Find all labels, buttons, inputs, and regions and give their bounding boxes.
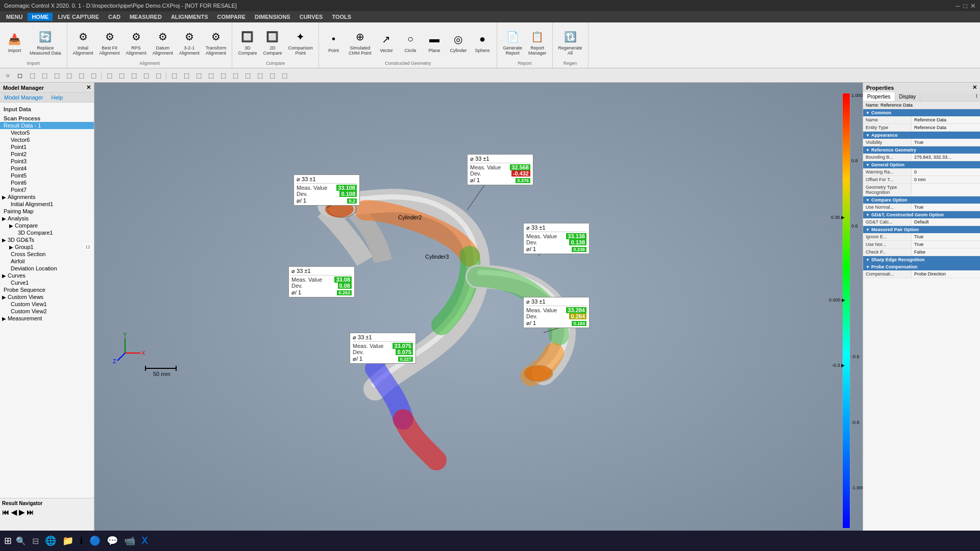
toolbar-btn-1[interactable]: ◻ (14, 70, 26, 81)
tree-item-custom-view2[interactable]: Custom View2 (0, 308, 94, 315)
close-props-icon[interactable]: ✕ (972, 84, 977, 91)
tree-item-airfoil[interactable]: Airfoil (0, 258, 94, 265)
menu-item-compare[interactable]: COMPARE (213, 13, 250, 21)
mm-tab-help[interactable]: Help (47, 93, 67, 102)
tree-item-deviation-location[interactable]: Deviation Location (0, 265, 94, 272)
toolbar-btn-15[interactable]: ⬚ (168, 70, 180, 81)
tree-item-point3[interactable]: Point3 (0, 158, 94, 165)
ribbon-btn-import[interactable]: 📥Import (3, 30, 26, 55)
mm-tab-model-manager[interactable]: Model Manager (0, 93, 47, 102)
tree-item-point1[interactable]: Point1 (0, 143, 94, 151)
maximize-button[interactable]: □ (963, 2, 967, 10)
ribbon-btn-point[interactable]: •Point (322, 30, 345, 55)
ribbon-btn-comparisonpoint[interactable]: ✦ComparisonPoint (285, 27, 315, 58)
ribbon-btn-sphere[interactable]: ●Sphere (471, 30, 494, 55)
ribbon-btn-generatereport[interactable]: 📄GenerateReport (500, 27, 525, 58)
menu-item-menu[interactable]: MENU (2, 13, 27, 21)
tree-item-probe-sequence[interactable]: Probe Sequence (0, 286, 94, 293)
prop-section-sharp-edge-recognition[interactable]: Sharp Edge Recognition (863, 256, 980, 263)
tree-item-result-data---1[interactable]: Result Data - 1 (0, 122, 94, 129)
toolbar-btn-9[interactable]: ⬚ (104, 70, 115, 81)
tree-item-input-data[interactable]: Input Data (0, 106, 94, 113)
toolbar-btn-24[interactable]: ⬚ (279, 70, 290, 81)
tree-item-group1[interactable]: ▶ Group112 (0, 243, 94, 251)
toolbar-btn-2[interactable]: ⬚ (27, 70, 38, 81)
toolbar-btn-23[interactable]: ⬚ (266, 70, 278, 81)
toolbar-btn-4[interactable]: ⬚ (51, 70, 62, 81)
menu-item-tools[interactable]: TOOLS (328, 13, 355, 21)
toolbar-btn-3[interactable]: ⬚ (39, 70, 50, 81)
menu-item-alignments[interactable]: ALIGNMENTS (167, 13, 212, 21)
menu-item-curves[interactable]: CURVES (296, 13, 327, 21)
zoom-icon[interactable]: 📹 (122, 533, 137, 548)
nav-fwd-icon[interactable]: ▶ (19, 508, 24, 516)
viewport[interactable]: Cylinder2 Cylinder3 X Y Z 50 mm (94, 83, 863, 539)
ie-icon[interactable]: ℹ (78, 533, 85, 548)
menu-item-live-capture[interactable]: LIVE CAPTURE (54, 13, 103, 21)
search-button[interactable]: 🔍 (14, 534, 28, 548)
tree-item-pairing-map[interactable]: Pairing Map (0, 208, 94, 215)
teams-icon[interactable]: 💬 (105, 533, 120, 548)
toolbar-btn-18[interactable]: ⬚ (205, 70, 216, 81)
prop-section-appearance[interactable]: Appearance (863, 132, 980, 139)
toolbar-btn-20[interactable]: ⬚ (230, 70, 241, 81)
ribbon-btn-rpsalignment[interactable]: ⚙RPSAlignment (124, 27, 149, 58)
tree-item-vector6[interactable]: Vector6 (0, 136, 94, 143)
toolbar-btn-22[interactable]: ⬚ (254, 70, 265, 81)
close-panel-icon[interactable]: ✕ (86, 84, 91, 91)
toolbar-btn-19[interactable]: ⬚ (217, 70, 229, 81)
toolbar-btn-5[interactable]: ⬚ (63, 70, 75, 81)
toolbar-btn-12[interactable]: ⬚ (140, 70, 152, 81)
nav-back-icon[interactable]: ◀ (11, 508, 17, 516)
tree-item-measurement[interactable]: ▶ Measurement (0, 315, 94, 322)
prop-section-common[interactable]: Common (863, 109, 980, 116)
tree-item-point5[interactable]: Point5 (0, 172, 94, 179)
ribbon-btn-best-fitalignment[interactable]: ⚙Best FitAlignment (97, 27, 122, 58)
tree-item-cross-section[interactable]: Cross Section (0, 251, 94, 258)
chrome-icon[interactable]: 🔵 (87, 533, 103, 548)
ribbon-btn-2dcompare[interactable]: 🔲2DCompare (260, 27, 284, 58)
ribbon-btn-simulatedcmm-point[interactable]: ⊕SimulatedCMM Point (346, 27, 374, 58)
prop-section-gd-t-constructed-geom-option[interactable]: GD&T, Constructed Geom Option (863, 211, 980, 218)
ribbon-btn-3dcompare[interactable]: 🔲3DCompare (235, 27, 259, 58)
tree-item-curves[interactable]: ▶ Curves (0, 272, 94, 279)
toolbar-btn-6[interactable]: ⬚ (76, 70, 87, 81)
prop-section-measured-pair-option[interactable]: Measured Pair Option (863, 226, 980, 233)
ribbon-btn-datumalignment[interactable]: ⚙DatumAlignment (150, 27, 176, 58)
menu-item-dimensions[interactable]: DIMENSIONS (251, 13, 295, 21)
menu-item-cad[interactable]: CAD (104, 13, 125, 21)
tree-item-compare[interactable]: ▶ Compare (0, 222, 94, 229)
tree-item-point7[interactable]: Point7 (0, 186, 94, 193)
nav-next-icon[interactable]: ⏭ (27, 508, 34, 516)
ribbon-btn-plane[interactable]: ▬Plane (423, 30, 446, 55)
tree-item-3d-gd&ts[interactable]: ▶ 3D GD&Ts (0, 236, 94, 243)
ribbon-btn-reportmanager[interactable]: 📋ReportManager (526, 27, 549, 58)
tree-item-custom-views[interactable]: ▶ Custom Views (0, 293, 94, 300)
edge-icon[interactable]: 🌐 (43, 533, 58, 548)
menu-item-measured[interactable]: MEASURED (126, 13, 166, 21)
tab-display[interactable]: Display (895, 92, 921, 101)
tree-item-initial-alignment1[interactable]: Initial Alignment1 (0, 201, 94, 208)
toolbar-btn-16[interactable]: ⬚ (181, 70, 192, 81)
prop-section-probe-compensation[interactable]: Probe Compensation (863, 263, 980, 270)
toolbar-btn-17[interactable]: ⬚ (193, 70, 204, 81)
tree-item-curve1[interactable]: Curve1 (0, 279, 94, 286)
prop-section-compare-option[interactable]: Compare Option (863, 196, 980, 204)
toolbar-btn-13[interactable]: ⬚ (153, 70, 164, 81)
geomagic-icon[interactable]: Ⅹ (139, 533, 150, 548)
toolbar-btn-0[interactable]: ○ (2, 70, 13, 81)
start-button[interactable]: ⊞ (4, 535, 12, 546)
ribbon-btn-regenerateall[interactable]: 🔃RegenerateAll (556, 27, 585, 58)
ribbon-btn-3-2-1alignment[interactable]: ⚙3-2-1Alignment (177, 27, 202, 58)
folder-icon[interactable]: 📁 (60, 533, 76, 548)
ribbon-btn-circle[interactable]: ○Circle (399, 30, 422, 55)
tree-item-point6[interactable]: Point6 (0, 179, 94, 186)
ribbon-btn-replacemeasured-data[interactable]: 🔄ReplaceMeasured Data (27, 27, 64, 58)
tree-item-scan-process[interactable]: Scan Process (0, 115, 94, 122)
minimize-button[interactable]: ─ (955, 2, 960, 10)
tree-item-vector5[interactable]: Vector5 (0, 129, 94, 136)
ribbon-btn-initialalignment[interactable]: ⚙InitialAlignment (70, 27, 96, 58)
tab-properties[interactable]: Properties (863, 92, 895, 101)
ribbon-btn-vector[interactable]: ↗Vector (375, 30, 398, 55)
ribbon-btn-cylinder[interactable]: ◎Cylinder (447, 30, 470, 55)
